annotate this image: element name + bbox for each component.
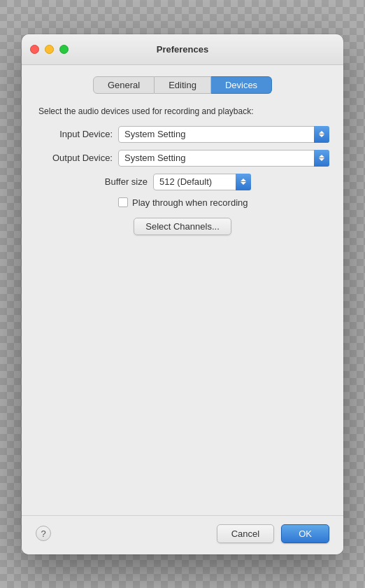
window-title: Preferences: [157, 44, 208, 55]
input-device-select-container: System Setting: [118, 126, 329, 143]
tab-editing[interactable]: Editing: [155, 76, 211, 94]
output-device-select-container: System Setting: [118, 150, 329, 167]
action-buttons: Cancel OK: [217, 524, 329, 543]
ok-button[interactable]: OK: [281, 524, 329, 543]
output-device-label: Output Device:: [36, 153, 113, 163]
minimize-button[interactable]: [45, 45, 54, 54]
play-through-row: Play through when recording: [36, 197, 329, 208]
output-device-select[interactable]: System Setting: [118, 150, 329, 167]
input-device-row: Input Device: System Setting: [36, 126, 329, 143]
buffer-size-label: Buffer size: [36, 176, 148, 187]
maximize-button[interactable]: [59, 45, 69, 54]
tab-general[interactable]: General: [93, 76, 155, 94]
buffer-size-row: Buffer size 512 (Default): [36, 174, 329, 190]
content-spacer: [36, 235, 329, 501]
tab-bar: General Editing Devices: [36, 76, 329, 94]
content-area: General Editing Devices Select the audio…: [22, 65, 343, 515]
description-text: Select the audio devices used for record…: [36, 106, 329, 116]
bottom-bar: ? Cancel OK: [22, 515, 343, 554]
play-through-label: Play through when recording: [132, 197, 248, 208]
tab-devices[interactable]: Devices: [211, 76, 272, 94]
titlebar: Preferences: [22, 34, 343, 65]
input-device-label: Input Device:: [36, 129, 113, 139]
select-channels-button[interactable]: Select Channels...: [134, 218, 231, 235]
close-button[interactable]: [30, 45, 39, 54]
output-device-row: Output Device: System Setting: [36, 150, 329, 167]
play-through-checkbox[interactable]: [118, 197, 128, 207]
cancel-button[interactable]: Cancel: [217, 524, 274, 543]
help-button[interactable]: ?: [36, 526, 51, 541]
traffic-lights: [30, 45, 69, 54]
buffer-size-select[interactable]: 512 (Default): [153, 174, 251, 190]
preferences-window: Preferences General Editing Devices Sele…: [22, 34, 343, 554]
input-device-select[interactable]: System Setting: [118, 126, 329, 143]
buffer-size-select-container: 512 (Default): [153, 174, 251, 190]
